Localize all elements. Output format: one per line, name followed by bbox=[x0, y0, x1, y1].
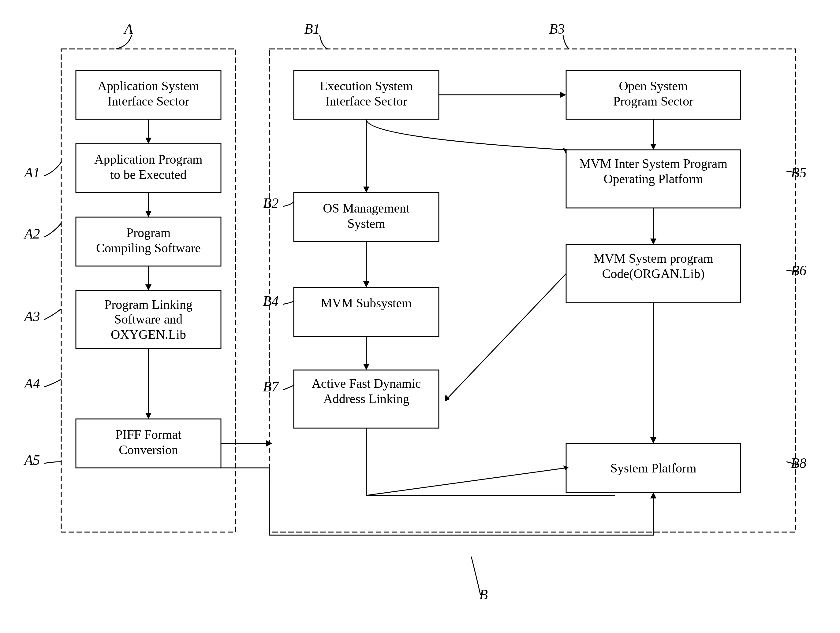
label-b2: B2 bbox=[263, 195, 278, 211]
text-prog-linking-2: Software and bbox=[114, 312, 183, 326]
text-app-interface-1: Application System bbox=[98, 79, 199, 93]
text-os-mgmt-2: System bbox=[347, 217, 385, 231]
b2-arrow bbox=[283, 202, 294, 206]
a4-arrow bbox=[44, 379, 61, 387]
text-app-program-1: Application Program bbox=[94, 152, 202, 166]
text-prog-linking-3: OXYGEN.Lib bbox=[111, 328, 186, 342]
label-a: A bbox=[123, 21, 133, 37]
box-mvm-subsystem bbox=[294, 287, 439, 336]
arrowhead-exec-open bbox=[560, 92, 566, 98]
text-app-interface-2: Interface Sector bbox=[108, 94, 189, 108]
text-prog-compiling-2: Compiling Software bbox=[96, 241, 201, 255]
label-b7: B7 bbox=[263, 379, 279, 394]
label-b4: B4 bbox=[263, 293, 278, 309]
arrow-exec-mvm-inter bbox=[366, 119, 566, 150]
b7-arrow bbox=[283, 385, 294, 390]
text-exec-interface-2: Interface Sector bbox=[325, 94, 407, 108]
label-a3: A3 bbox=[23, 309, 40, 324]
label-a1: A1 bbox=[23, 165, 40, 180]
a1-arrow bbox=[44, 162, 61, 176]
text-mvm-system-1: MVM System program bbox=[594, 251, 713, 265]
text-exec-interface-1: Execution System bbox=[320, 79, 413, 93]
text-mvm-inter-2: Operating Platform bbox=[603, 172, 703, 186]
text-app-program-2: to be Executed bbox=[110, 168, 187, 182]
arrowhead-mvm-inter-code bbox=[650, 239, 657, 245]
a-arrow bbox=[116, 35, 132, 49]
a5-arrow bbox=[44, 462, 61, 463]
text-system-platform: System Platform bbox=[610, 461, 696, 475]
b-arrow bbox=[471, 557, 480, 595]
text-mvm-inter-1: MVM Inter System Program bbox=[579, 157, 727, 171]
text-open-system-2: Program Sector bbox=[613, 94, 693, 108]
text-mvm-subsystem-1: MVM Subsystem bbox=[321, 296, 412, 310]
arrowhead-exec-os bbox=[363, 187, 369, 193]
label-a5: A5 bbox=[23, 452, 40, 468]
arrowhead-1-2 bbox=[145, 138, 152, 144]
text-piff-2: Conversion bbox=[119, 443, 178, 457]
arrow-active-sysplt bbox=[366, 468, 566, 495]
arrow-mvm-system-active bbox=[447, 274, 566, 399]
arrowhead-2-3 bbox=[145, 211, 152, 217]
text-active-fast-2: Address Linking bbox=[323, 392, 409, 406]
b4-arrow bbox=[283, 301, 294, 304]
label-b1: B1 bbox=[304, 21, 320, 37]
b1-arrow bbox=[320, 35, 327, 49]
text-active-fast-1: Active Fast Dynamic bbox=[312, 376, 421, 391]
text-open-system-1: Open System bbox=[619, 79, 688, 93]
label-b6: B6 bbox=[791, 263, 806, 278]
text-piff-1: PIFF Format bbox=[115, 428, 182, 442]
b3-arrow bbox=[563, 35, 569, 49]
arrowhead-piff-system-platform bbox=[650, 492, 657, 498]
arrowhead-mvm-system-platform bbox=[650, 437, 657, 443]
arrowhead-mvm-active bbox=[363, 364, 369, 370]
diagram: A A1 A2 A3 A4 A5 Application System Inte… bbox=[0, 0, 840, 633]
arrowhead-os-mvm bbox=[363, 281, 369, 287]
a2-arrow bbox=[44, 223, 61, 237]
arrowhead-mvm-system-active bbox=[445, 394, 450, 402]
arrowhead-open-mvm-inter bbox=[650, 144, 657, 150]
label-b3: B3 bbox=[549, 21, 565, 37]
label-a2: A2 bbox=[23, 226, 40, 242]
text-mvm-system-2: Code(ORGAN.Lib) bbox=[602, 267, 705, 281]
arrowhead-3-4 bbox=[145, 284, 152, 291]
arrowhead-4-5 bbox=[145, 413, 152, 419]
a3-arrow bbox=[44, 309, 61, 320]
label-a4: A4 bbox=[23, 376, 40, 391]
text-os-mgmt-1: OS Management bbox=[323, 201, 410, 215]
text-prog-compiling-1: Program bbox=[126, 226, 171, 240]
text-prog-linking-1: Program Linking bbox=[104, 298, 193, 312]
